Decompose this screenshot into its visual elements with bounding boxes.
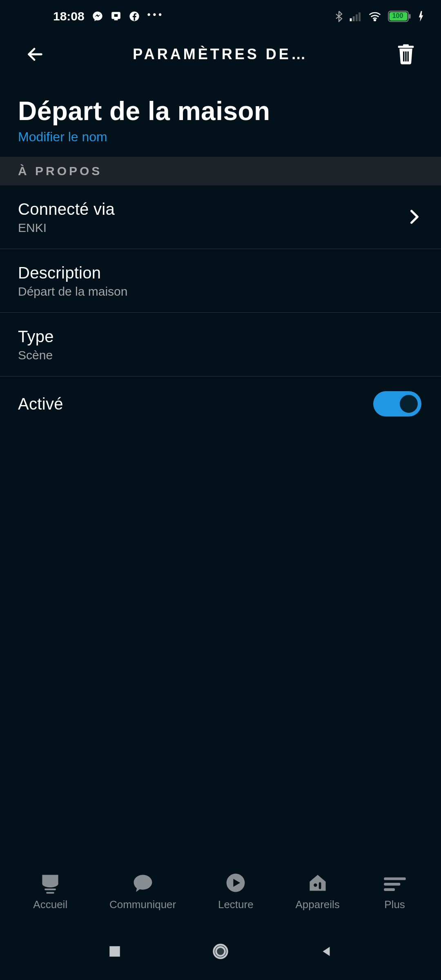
chevron-right-icon (410, 209, 419, 226)
status-bar: 18:08 ••• 100 (0, 0, 441, 33)
page-title: Départ de la maison (18, 96, 423, 126)
svg-rect-25 (384, 888, 395, 891)
row-body: Connecté via ENKI (18, 200, 115, 235)
android-back-button[interactable] (319, 944, 333, 958)
svg-rect-2 (114, 19, 117, 20)
svg-rect-23 (384, 878, 405, 880)
status-bar-right: 100 (335, 11, 424, 22)
facebook-icon (129, 11, 140, 22)
row-body: Activé (18, 395, 63, 413)
row-title: Type (18, 327, 54, 346)
svg-rect-26 (109, 946, 120, 957)
battery-icon: 100 (388, 11, 412, 22)
android-nav-bar (0, 923, 441, 980)
row-value: Scène (18, 348, 54, 362)
row-description: Description Départ de la maison (0, 249, 441, 313)
chat-bubble-icon (131, 871, 154, 894)
android-home-button[interactable] (212, 942, 229, 960)
row-value: ENKI (18, 221, 115, 235)
cast-icon (111, 11, 121, 22)
delete-button[interactable] (394, 42, 418, 67)
toggle-knob (400, 395, 418, 413)
back-button[interactable] (23, 42, 47, 67)
circle-icon (212, 942, 229, 960)
svg-rect-18 (45, 889, 56, 890)
tab-devices[interactable]: Appareils (295, 871, 339, 911)
enabled-toggle[interactable] (373, 391, 421, 416)
svg-rect-4 (350, 18, 352, 21)
svg-rect-13 (403, 51, 405, 62)
tab-play[interactable]: Lecture (218, 871, 254, 911)
arrow-left-icon (26, 45, 45, 64)
settings-list: Connecté via ENKI Description Départ de … (0, 185, 441, 430)
wifi-icon (368, 11, 381, 21)
tab-more[interactable]: Plus (382, 871, 408, 911)
app-bar-title: PARAMÈTRES DE… (47, 46, 394, 63)
tab-label: Accueil (33, 898, 67, 911)
bottom-tabs: Accueil Communiquer Lecture Appareils Pl… (0, 871, 441, 917)
svg-point-8 (374, 19, 376, 21)
svg-rect-17 (403, 44, 409, 46)
row-body: Description Départ de la maison (18, 264, 127, 298)
row-title: Description (18, 264, 127, 282)
tab-label: Lecture (218, 898, 254, 911)
heading-block: Départ de la maison Modifier le nom (0, 76, 441, 157)
svg-point-28 (216, 947, 225, 956)
svg-rect-24 (384, 883, 400, 886)
status-time: 18:08 (53, 9, 85, 23)
row-enabled: Activé (0, 376, 441, 430)
section-header-about: À PROPOS (0, 157, 441, 185)
svg-rect-10 (409, 14, 411, 19)
signal-icon (350, 11, 362, 21)
battery-level: 100 (389, 12, 406, 20)
charging-icon (418, 11, 424, 22)
devices-home-icon (306, 871, 329, 894)
triangle-left-icon (319, 944, 333, 958)
row-value: Départ de la maison (18, 285, 127, 298)
svg-rect-14 (405, 51, 407, 62)
tab-label: Appareils (295, 898, 339, 911)
row-title: Activé (18, 395, 63, 413)
messenger-icon (92, 11, 103, 22)
tab-home[interactable]: Accueil (33, 871, 67, 911)
svg-rect-6 (356, 14, 358, 21)
tab-label: Communiquer (109, 898, 176, 911)
play-circle-icon (224, 871, 247, 894)
app-bar: PARAMÈTRES DE… (0, 33, 441, 76)
more-notifications-icon: ••• (147, 10, 164, 19)
svg-rect-1 (114, 14, 118, 18)
tab-label: Plus (384, 898, 405, 911)
svg-rect-15 (408, 51, 409, 62)
hamburger-icon (382, 871, 408, 894)
row-title: Connecté via (18, 200, 115, 218)
svg-rect-19 (46, 892, 54, 893)
row-connected-via[interactable]: Connecté via ENKI (0, 185, 441, 249)
svg-rect-22 (318, 882, 321, 889)
bluetooth-icon (335, 11, 343, 22)
edit-name-link[interactable]: Modifier le nom (18, 129, 107, 145)
svg-rect-5 (353, 16, 355, 21)
home-icon (38, 871, 62, 894)
svg-rect-7 (359, 12, 361, 21)
status-bar-left: 18:08 ••• (53, 9, 164, 23)
row-body: Type Scène (18, 327, 54, 362)
trash-icon (397, 44, 414, 65)
tab-communicate[interactable]: Communiquer (109, 871, 176, 911)
svg-point-21 (314, 883, 317, 886)
row-type: Type Scène (0, 313, 441, 376)
square-icon (108, 944, 122, 958)
android-recents-button[interactable] (108, 944, 122, 958)
